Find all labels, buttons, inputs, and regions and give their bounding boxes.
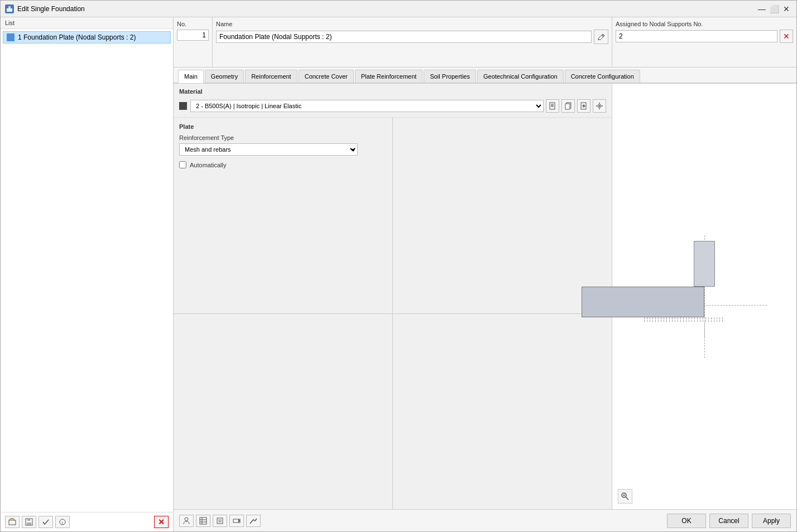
material-new-button[interactable] xyxy=(577,99,590,113)
bottom-right-area xyxy=(393,314,612,510)
window-controls: — ⬜ ✕ xyxy=(756,3,792,14)
reinforcement-type-select[interactable]: Mesh and rebars Mesh only Rebars only xyxy=(179,143,358,156)
reinforcement-type-label: Reinforcement Type xyxy=(179,134,387,141)
list-item-label: 1 Foundation Plate (Nodal Supports : 2) xyxy=(18,33,136,41)
name-edit-button[interactable] xyxy=(594,30,608,44)
automatically-checkbox[interactable] xyxy=(179,161,186,168)
assigned-label: Assigned to Nodal Supports No. xyxy=(616,21,793,27)
material-section: Material 2 - B500S(A) | Isotropic | Line… xyxy=(174,84,612,118)
svg-rect-5 xyxy=(27,519,30,521)
tabs-bar: Main Geometry Reinforcement Concrete Cov… xyxy=(174,67,796,84)
list-header: List xyxy=(1,17,173,29)
edit-icon xyxy=(597,33,605,41)
bottom-left-area xyxy=(174,314,393,510)
ok-button[interactable]: OK xyxy=(667,514,706,528)
reinforcement-type-group: Reinforcement Type Mesh and rebars Mesh … xyxy=(179,134,387,156)
bottom-icon-3[interactable] xyxy=(213,515,227,527)
no-label: No. xyxy=(177,21,209,27)
bottom-left-icons xyxy=(179,515,261,527)
copy-icon xyxy=(564,102,572,110)
preview-area: ╎╎╎╎╎╎╎╎╎╎╎╎╎╎╎╎╎╎╎╎╎╎╎╎╎╎╎╎╎ xyxy=(612,84,796,509)
settings-icon xyxy=(596,102,603,110)
zoom-icon[interactable] xyxy=(618,489,632,504)
name-input[interactable] xyxy=(216,31,592,43)
svg-rect-28 xyxy=(200,518,207,524)
delete-icon: ✕ xyxy=(158,518,165,526)
tab-concrete-configuration[interactable]: Concrete Configuration xyxy=(565,70,640,83)
main-content: List 1 Foundation Plate (Nodal Supports … xyxy=(1,17,796,531)
open-icon xyxy=(8,518,16,526)
form-grid: Plate Reinforcement Type Mesh and rebars… xyxy=(174,118,612,509)
arrow-icon xyxy=(233,517,241,525)
assigned-input[interactable] xyxy=(616,30,777,42)
apply-button[interactable]: Apply xyxy=(752,514,791,528)
list-content: 1 Foundation Plate (Nodal Supports : 2) xyxy=(1,29,173,512)
extension-line xyxy=(704,322,705,338)
list-item[interactable]: 1 Foundation Plate (Nodal Supports : 2) xyxy=(3,31,171,43)
save-button[interactable] xyxy=(22,516,36,528)
plate-label: Plate xyxy=(179,123,387,130)
tab-reinforcement[interactable]: Reinforcement xyxy=(245,70,297,83)
open-button[interactable] xyxy=(5,516,20,528)
cancel-button[interactable]: Cancel xyxy=(709,514,748,528)
right-panel: No. 1 Name xyxy=(174,17,796,531)
material-select[interactable]: 2 - B500S(A) | Isotropic | Linear Elasti… xyxy=(190,100,544,112)
svg-rect-1 xyxy=(8,6,11,9)
column-shape xyxy=(694,241,715,287)
bottom-icon-1[interactable] xyxy=(179,515,194,527)
material-settings-button[interactable] xyxy=(593,99,606,113)
svg-rect-2 xyxy=(9,520,16,525)
no-section: No. 1 xyxy=(174,17,213,67)
table-icon xyxy=(199,517,207,525)
bottom-icon-5[interactable] xyxy=(246,515,261,527)
material-color-square xyxy=(179,102,187,110)
name-section: Name xyxy=(213,17,612,67)
clear-icon: ✕ xyxy=(783,32,790,41)
form-top-row: Plate Reinforcement Type Mesh and rebars… xyxy=(174,118,612,314)
material-section-label: Material xyxy=(179,88,606,95)
svg-point-18 xyxy=(599,105,601,107)
svg-rect-4 xyxy=(27,523,31,525)
minimize-button[interactable]: — xyxy=(756,3,767,14)
shape-icon xyxy=(216,517,224,525)
svg-point-27 xyxy=(185,518,188,521)
info-button[interactable]: i xyxy=(55,516,70,528)
tab-main[interactable]: Main xyxy=(178,70,204,83)
bottom-icon-4[interactable] xyxy=(229,515,244,527)
tab-geotechnical-configuration[interactable]: Geotechnical Configuration xyxy=(477,70,564,83)
restore-button[interactable]: ⬜ xyxy=(769,3,780,14)
material-copy-button[interactable] xyxy=(561,99,575,113)
tab-content: Material 2 - B500S(A) | Isotropic | Line… xyxy=(174,84,796,509)
top-right-area xyxy=(393,118,612,313)
tab-geometry[interactable]: Geometry xyxy=(205,70,244,83)
material-book-button[interactable] xyxy=(546,99,559,113)
window-icon xyxy=(5,4,14,13)
assigned-clear-button[interactable]: ✕ xyxy=(780,30,793,43)
plate-shape xyxy=(582,287,704,317)
bottom-icon-2[interactable] xyxy=(196,515,210,527)
zoom-svg xyxy=(621,492,630,501)
tab-soil-properties[interactable]: Soil Properties xyxy=(424,70,476,83)
svg-rect-33 xyxy=(218,519,222,523)
left-panel: List 1 Foundation Plate (Nodal Supports … xyxy=(1,17,174,531)
automatically-row: Automatically xyxy=(179,161,387,168)
svg-rect-8 xyxy=(550,103,555,109)
assigned-input-row: ✕ xyxy=(616,30,793,43)
close-button[interactable]: ✕ xyxy=(781,3,792,14)
main-window: Edit Single Foundation — ⬜ ✕ List 1 Foun… xyxy=(0,0,797,532)
no-input[interactable]: 1 xyxy=(177,30,209,41)
form-area: Material 2 - B500S(A) | Isotropic | Line… xyxy=(174,84,612,509)
delete-button[interactable]: ✕ xyxy=(154,516,169,528)
top-section: No. 1 Name xyxy=(174,17,796,67)
automatically-label: Automatically xyxy=(190,162,226,168)
svg-line-24 xyxy=(626,497,628,500)
material-row: 2 - B500S(A) | Isotropic | Linear Elasti… xyxy=(179,99,606,113)
tick-marks: ╎╎╎╎╎╎╎╎╎╎╎╎╎╎╎╎╎╎╎╎╎╎╎╎╎╎╎╎╎ xyxy=(643,317,724,322)
svg-text:i: i xyxy=(62,520,63,525)
check-button[interactable] xyxy=(39,516,53,528)
person-icon xyxy=(183,517,190,525)
tab-concrete-cover[interactable]: Concrete Cover xyxy=(299,70,354,83)
tab-plate-reinforcement[interactable]: Plate Reinforcement xyxy=(355,70,423,83)
list-item-icon xyxy=(7,33,15,41)
title-bar: Edit Single Foundation — ⬜ ✕ xyxy=(1,1,796,17)
